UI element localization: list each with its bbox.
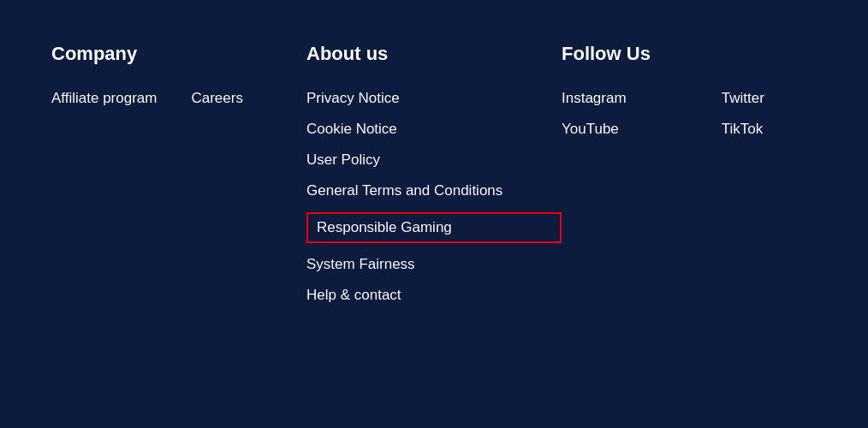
company-heading: Company: [51, 43, 306, 65]
about-us-links: Privacy Notice Cookie Notice User Policy…: [306, 89, 562, 306]
follow-us-column: Follow Us Instagram Twitter YouTube TikT…: [562, 43, 817, 385]
user-policy-link[interactable]: User Policy: [306, 151, 562, 169]
footer: Company Affiliate program Careers About …: [0, 0, 868, 428]
twitter-link[interactable]: Twitter: [722, 89, 817, 108]
instagram-link[interactable]: Instagram: [562, 89, 679, 108]
youtube-link[interactable]: YouTube: [562, 120, 679, 139]
about-us-column: About us Privacy Notice Cookie Notice Us…: [306, 43, 562, 385]
cookie-notice-link[interactable]: Cookie Notice: [306, 120, 562, 139]
responsible-gaming-link[interactable]: Responsible Gaming: [306, 212, 562, 243]
company-links-row: Affiliate program Careers: [51, 89, 306, 108]
general-terms-link[interactable]: General Terms and Conditions: [306, 181, 562, 200]
privacy-notice-link[interactable]: Privacy Notice: [306, 89, 562, 108]
system-fairness-link[interactable]: System Fairness: [306, 255, 562, 274]
social-links-grid: Instagram Twitter YouTube TikTok: [562, 89, 817, 139]
help-contact-link[interactable]: Help & contact: [306, 286, 562, 305]
about-us-heading: About us: [306, 43, 562, 65]
follow-us-heading: Follow Us: [562, 43, 817, 65]
company-column: Company Affiliate program Careers: [51, 43, 306, 385]
careers-link[interactable]: Careers: [191, 89, 242, 108]
tiktok-link[interactable]: TikTok: [722, 120, 817, 139]
affiliate-program-link[interactable]: Affiliate program: [51, 89, 157, 108]
